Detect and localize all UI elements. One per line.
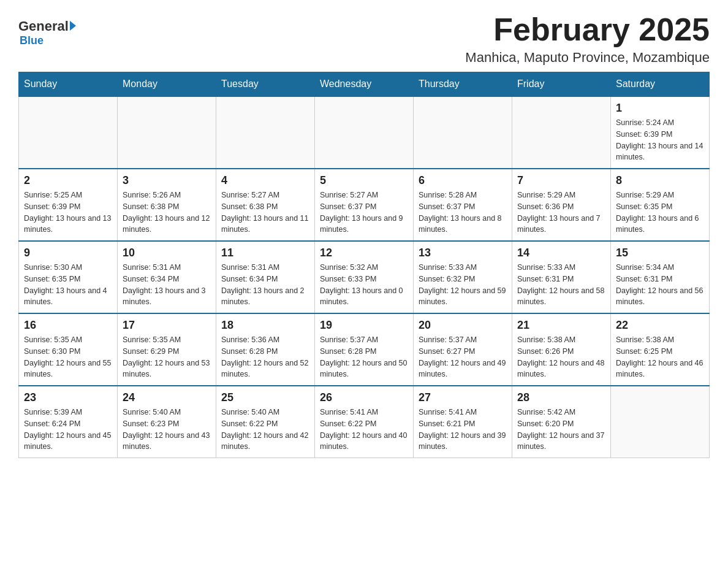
- day-number: 26: [320, 391, 408, 404]
- calendar-cell: 22Sunrise: 5:38 AMSunset: 6:25 PMDayligh…: [611, 313, 710, 386]
- day-number: 6: [419, 174, 507, 187]
- day-info: Sunrise: 5:41 AMSunset: 6:21 PMDaylight:…: [419, 407, 507, 453]
- day-number: 15: [616, 247, 704, 259]
- calendar-header-friday: Friday: [512, 72, 611, 97]
- day-number: 10: [123, 247, 211, 259]
- calendar-cell: 15Sunrise: 5:34 AMSunset: 6:31 PMDayligh…: [611, 241, 710, 313]
- day-number: 12: [320, 247, 408, 259]
- day-info: Sunrise: 5:34 AMSunset: 6:31 PMDaylight:…: [616, 262, 704, 308]
- day-number: 7: [517, 174, 605, 187]
- day-number: 25: [221, 391, 309, 404]
- day-info: Sunrise: 5:31 AMSunset: 6:34 PMDaylight:…: [123, 262, 211, 308]
- day-number: 20: [419, 319, 507, 332]
- calendar-cell: 2Sunrise: 5:25 AMSunset: 6:39 PMDaylight…: [19, 169, 118, 241]
- calendar-cell: 8Sunrise: 5:29 AMSunset: 6:35 PMDaylight…: [611, 169, 710, 241]
- day-number: 9: [24, 247, 112, 259]
- day-info: Sunrise: 5:31 AMSunset: 6:34 PMDaylight:…: [221, 262, 309, 308]
- day-number: 28: [517, 391, 605, 404]
- day-number: 13: [419, 247, 507, 259]
- calendar-cell: [19, 96, 118, 169]
- day-info: Sunrise: 5:37 AMSunset: 6:27 PMDaylight:…: [419, 334, 507, 380]
- calendar-cell: [315, 96, 414, 169]
- calendar-cell: 26Sunrise: 5:41 AMSunset: 6:22 PMDayligh…: [315, 386, 414, 458]
- logo-blue: Blue: [20, 34, 44, 47]
- day-number: 21: [517, 319, 605, 332]
- day-info: Sunrise: 5:27 AMSunset: 6:37 PMDaylight:…: [320, 190, 408, 236]
- day-info: Sunrise: 5:25 AMSunset: 6:39 PMDaylight:…: [24, 190, 112, 236]
- day-info: Sunrise: 5:29 AMSunset: 6:36 PMDaylight:…: [517, 190, 605, 236]
- day-info: Sunrise: 5:27 AMSunset: 6:38 PMDaylight:…: [221, 190, 309, 236]
- calendar-cell: [118, 96, 216, 169]
- calendar-header-saturday: Saturday: [611, 72, 710, 97]
- calendar-cell: [611, 386, 710, 458]
- calendar-cell: 16Sunrise: 5:35 AMSunset: 6:30 PMDayligh…: [19, 313, 118, 386]
- day-info: Sunrise: 5:33 AMSunset: 6:32 PMDaylight:…: [419, 262, 507, 308]
- day-info: Sunrise: 5:37 AMSunset: 6:28 PMDaylight:…: [320, 334, 408, 380]
- title-block: February 2025 Manhica, Maputo Province, …: [465, 12, 710, 66]
- calendar-cell: [414, 96, 512, 169]
- calendar-cell: [512, 96, 611, 169]
- day-number: 19: [320, 319, 408, 332]
- day-info: Sunrise: 5:35 AMSunset: 6:29 PMDaylight:…: [123, 334, 211, 380]
- calendar-cell: 25Sunrise: 5:40 AMSunset: 6:22 PMDayligh…: [216, 386, 315, 458]
- week-row-5: 23Sunrise: 5:39 AMSunset: 6:24 PMDayligh…: [19, 386, 710, 458]
- day-info: Sunrise: 5:36 AMSunset: 6:28 PMDaylight:…: [221, 334, 309, 380]
- calendar-table: SundayMondayTuesdayWednesdayThursdayFrid…: [18, 72, 710, 458]
- week-row-4: 16Sunrise: 5:35 AMSunset: 6:30 PMDayligh…: [19, 313, 710, 386]
- page-header: General Blue February 2025 Manhica, Mapu…: [18, 12, 710, 66]
- day-info: Sunrise: 5:35 AMSunset: 6:30 PMDaylight:…: [24, 334, 112, 380]
- day-number: 18: [221, 319, 309, 332]
- calendar-cell: 17Sunrise: 5:35 AMSunset: 6:29 PMDayligh…: [118, 313, 216, 386]
- calendar-cell: 3Sunrise: 5:26 AMSunset: 6:38 PMDaylight…: [118, 169, 216, 241]
- day-info: Sunrise: 5:38 AMSunset: 6:26 PMDaylight:…: [517, 334, 605, 380]
- calendar-cell: 11Sunrise: 5:31 AMSunset: 6:34 PMDayligh…: [216, 241, 315, 313]
- calendar-cell: 12Sunrise: 5:32 AMSunset: 6:33 PMDayligh…: [315, 241, 414, 313]
- day-info: Sunrise: 5:32 AMSunset: 6:33 PMDaylight:…: [320, 262, 408, 308]
- day-info: Sunrise: 5:33 AMSunset: 6:31 PMDaylight:…: [517, 262, 605, 308]
- logo-arrow-icon: [70, 21, 76, 31]
- day-number: 27: [419, 391, 507, 404]
- day-info: Sunrise: 5:26 AMSunset: 6:38 PMDaylight:…: [123, 190, 211, 236]
- week-row-3: 9Sunrise: 5:30 AMSunset: 6:35 PMDaylight…: [19, 241, 710, 313]
- day-number: 24: [123, 391, 211, 404]
- day-info: Sunrise: 5:40 AMSunset: 6:23 PMDaylight:…: [123, 407, 211, 453]
- day-info: Sunrise: 5:38 AMSunset: 6:25 PMDaylight:…: [616, 334, 704, 380]
- calendar-header-monday: Monday: [118, 72, 216, 97]
- day-number: 3: [123, 174, 211, 187]
- day-number: 11: [221, 247, 309, 259]
- day-number: 17: [123, 319, 211, 332]
- calendar-header-wednesday: Wednesday: [315, 72, 414, 97]
- week-row-2: 2Sunrise: 5:25 AMSunset: 6:39 PMDaylight…: [19, 169, 710, 241]
- day-info: Sunrise: 5:24 AMSunset: 6:39 PMDaylight:…: [616, 117, 704, 163]
- day-number: 8: [616, 174, 704, 187]
- calendar-cell: 27Sunrise: 5:41 AMSunset: 6:21 PMDayligh…: [414, 386, 512, 458]
- day-info: Sunrise: 5:30 AMSunset: 6:35 PMDaylight:…: [24, 262, 112, 308]
- day-number: 16: [24, 319, 112, 332]
- day-info: Sunrise: 5:29 AMSunset: 6:35 PMDaylight:…: [616, 190, 704, 236]
- calendar-header-tuesday: Tuesday: [216, 72, 315, 97]
- location-title: Manhica, Maputo Province, Mozambique: [465, 50, 710, 66]
- calendar-cell: [216, 96, 315, 169]
- calendar-header-thursday: Thursday: [414, 72, 512, 97]
- logo: General Blue: [18, 18, 76, 47]
- day-number: 5: [320, 174, 408, 187]
- day-number: 23: [24, 391, 112, 404]
- day-info: Sunrise: 5:28 AMSunset: 6:37 PMDaylight:…: [419, 190, 507, 236]
- calendar-cell: 7Sunrise: 5:29 AMSunset: 6:36 PMDaylight…: [512, 169, 611, 241]
- calendar-cell: 18Sunrise: 5:36 AMSunset: 6:28 PMDayligh…: [216, 313, 315, 386]
- day-number: 2: [24, 174, 112, 187]
- calendar-cell: 9Sunrise: 5:30 AMSunset: 6:35 PMDaylight…: [19, 241, 118, 313]
- calendar-cell: 5Sunrise: 5:27 AMSunset: 6:37 PMDaylight…: [315, 169, 414, 241]
- day-info: Sunrise: 5:40 AMSunset: 6:22 PMDaylight:…: [221, 407, 309, 453]
- calendar-cell: 19Sunrise: 5:37 AMSunset: 6:28 PMDayligh…: [315, 313, 414, 386]
- day-number: 14: [517, 247, 605, 259]
- calendar-cell: 10Sunrise: 5:31 AMSunset: 6:34 PMDayligh…: [118, 241, 216, 313]
- day-info: Sunrise: 5:41 AMSunset: 6:22 PMDaylight:…: [320, 407, 408, 453]
- calendar-cell: 6Sunrise: 5:28 AMSunset: 6:37 PMDaylight…: [414, 169, 512, 241]
- calendar-cell: 28Sunrise: 5:42 AMSunset: 6:20 PMDayligh…: [512, 386, 611, 458]
- calendar-header-sunday: Sunday: [19, 72, 118, 97]
- calendar-cell: 1Sunrise: 5:24 AMSunset: 6:39 PMDaylight…: [611, 96, 710, 169]
- month-title: February 2025: [465, 12, 710, 47]
- day-number: 4: [221, 174, 309, 187]
- calendar-cell: 23Sunrise: 5:39 AMSunset: 6:24 PMDayligh…: [19, 386, 118, 458]
